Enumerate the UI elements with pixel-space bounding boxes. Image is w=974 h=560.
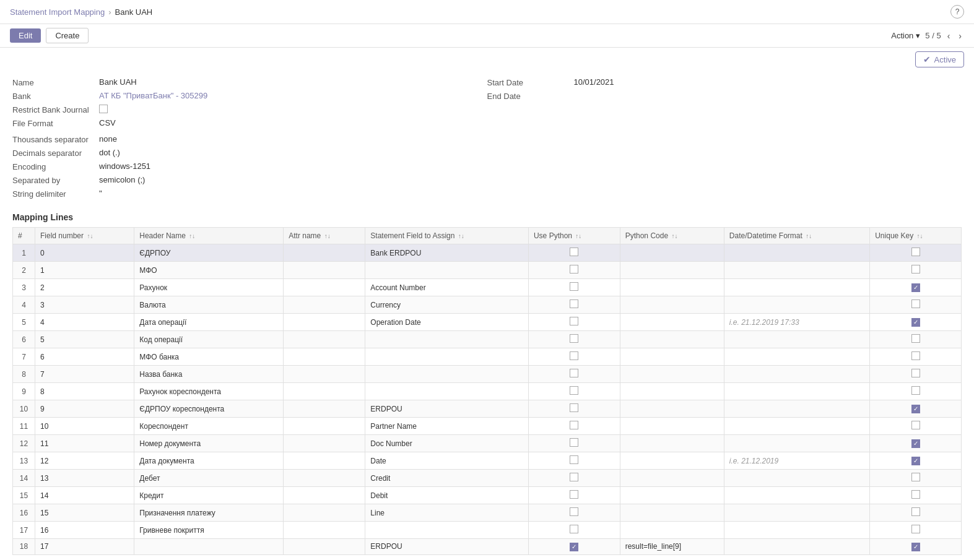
cell-use-python[interactable] (528, 348, 620, 366)
table-row[interactable]: 17 16 Гривневе покриття (13, 522, 962, 539)
unique-key-checkbox[interactable] (911, 386, 920, 395)
cell-unique-key[interactable] (870, 331, 962, 348)
use-python-checkbox[interactable] (570, 351, 578, 360)
use-python-checkbox[interactable] (570, 334, 578, 343)
cell-use-python[interactable] (528, 366, 620, 383)
cell-unique-key[interactable] (870, 262, 962, 279)
cell-unique-key[interactable] (870, 400, 962, 418)
cell-unique-key[interactable] (870, 383, 962, 400)
cell-unique-key[interactable] (870, 539, 962, 555)
table-row[interactable]: 14 13 Дебет Credit (13, 470, 962, 487)
col-statement-field[interactable]: Statement Field to Assign ↑↓ (365, 228, 529, 244)
create-button[interactable]: Create (46, 28, 89, 43)
use-python-checkbox[interactable] (570, 317, 578, 325)
unique-key-checkbox[interactable] (911, 421, 920, 429)
cell-unique-key[interactable] (870, 487, 962, 504)
cell-use-python[interactable] (528, 244, 620, 262)
cell-header-name[interactable]: МФО (134, 262, 284, 279)
unique-key-checkbox[interactable] (911, 457, 920, 465)
cell-header-name[interactable]: ЄДРПОУ (134, 244, 284, 262)
table-row[interactable]: 6 5 Код операції (13, 331, 962, 348)
cell-unique-key[interactable] (870, 348, 962, 366)
cell-unique-key[interactable] (870, 470, 962, 487)
action-button[interactable]: Action ▾ (891, 31, 920, 40)
cell-header-name[interactable]: Рахунок кореспондента (134, 383, 284, 400)
table-row[interactable]: 8 7 Назва банка (13, 366, 962, 383)
cell-use-python[interactable] (528, 452, 620, 470)
use-python-checkbox[interactable] (570, 490, 578, 499)
cell-use-python[interactable] (528, 383, 620, 400)
cell-header-name[interactable]: Гривневе покриття (134, 522, 284, 539)
table-row[interactable]: 16 15 Призначення платежу Line (13, 504, 962, 522)
cell-use-python[interactable] (528, 470, 620, 487)
cell-header-name[interactable]: Дата документа (134, 452, 284, 470)
unique-key-checkbox[interactable] (911, 283, 920, 292)
use-python-checkbox[interactable] (570, 248, 578, 256)
use-python-checkbox[interactable] (570, 421, 578, 429)
unique-key-checkbox[interactable] (911, 351, 920, 360)
table-row[interactable]: 9 8 Рахунок кореспондента (13, 383, 962, 400)
use-python-checkbox[interactable] (570, 543, 578, 551)
col-date-format[interactable]: Date/Datetime Format ↑↓ (724, 228, 869, 244)
table-row[interactable]: 15 14 Кредит Debit (13, 487, 962, 504)
table-row[interactable]: 7 6 МФО банка (13, 348, 962, 366)
cell-use-python[interactable] (528, 487, 620, 504)
prev-page-button[interactable]: ‹ (945, 31, 953, 41)
table-row[interactable]: 5 4 Дата операції Operation Date i.e. 21… (13, 314, 962, 331)
unique-key-checkbox[interactable] (911, 439, 920, 448)
cell-unique-key[interactable] (870, 366, 962, 383)
cell-unique-key[interactable] (870, 418, 962, 435)
col-attr-name[interactable]: Attr name ↑↓ (284, 228, 365, 244)
unique-key-checkbox[interactable] (911, 543, 920, 551)
unique-key-checkbox[interactable] (911, 318, 920, 327)
cell-use-python[interactable] (528, 331, 620, 348)
use-python-checkbox[interactable] (570, 386, 578, 395)
use-python-checkbox[interactable] (570, 282, 578, 291)
unique-key-checkbox[interactable] (911, 473, 920, 481)
unique-key-checkbox[interactable] (911, 490, 920, 499)
cell-unique-key[interactable] (870, 452, 962, 470)
cell-use-python[interactable] (528, 504, 620, 522)
cell-use-python[interactable] (528, 279, 620, 296)
col-unique-key[interactable]: Unique Key ↑↓ (870, 228, 962, 244)
cell-header-name[interactable]: ЄДРПОУ кореспондента (134, 400, 284, 418)
table-row[interactable]: 2 1 МФО (13, 262, 962, 279)
use-python-checkbox[interactable] (570, 403, 578, 412)
cell-use-python[interactable] (528, 418, 620, 435)
use-python-checkbox[interactable] (570, 369, 578, 377)
cell-header-name[interactable]: Дебет (134, 470, 284, 487)
cell-header-name[interactable]: Код операції (134, 331, 284, 348)
cell-use-python[interactable] (528, 522, 620, 539)
cell-use-python[interactable] (528, 539, 620, 555)
breadcrumb-link[interactable]: Statement Import Mapping (10, 7, 105, 17)
table-row[interactable]: 1 0 ЄДРПОУ Bank ERDPOU (13, 244, 962, 262)
next-page-button[interactable]: › (956, 31, 964, 41)
table-row[interactable]: 11 10 Кореспондент Partner Name (13, 418, 962, 435)
cell-unique-key[interactable] (870, 522, 962, 539)
unique-key-checkbox[interactable] (911, 405, 920, 413)
col-field-number[interactable]: Field number ↑↓ (35, 228, 134, 244)
cell-use-python[interactable] (528, 296, 620, 314)
cell-unique-key[interactable] (870, 435, 962, 452)
cell-header-name[interactable]: Валюта (134, 296, 284, 314)
unique-key-checkbox[interactable] (911, 299, 920, 308)
cell-unique-key[interactable] (870, 314, 962, 331)
use-python-checkbox[interactable] (570, 438, 578, 447)
cell-header-name[interactable]: Номер документа (134, 435, 284, 452)
table-row[interactable]: 3 2 Рахунок Account Number (13, 279, 962, 296)
use-python-checkbox[interactable] (570, 507, 578, 516)
use-python-checkbox[interactable] (570, 525, 578, 533)
cell-use-python[interactable] (528, 262, 620, 279)
table-row[interactable]: 4 3 Валюта Currency (13, 296, 962, 314)
col-use-python[interactable]: Use Python ↑↓ (528, 228, 620, 244)
use-python-checkbox[interactable] (570, 265, 578, 274)
bank-value[interactable]: АТ КБ "ПриватБанк" - 305299 (99, 91, 207, 100)
unique-key-checkbox[interactable] (911, 369, 920, 377)
unique-key-checkbox[interactable] (911, 248, 920, 256)
cell-header-name[interactable]: Дата операції (134, 314, 284, 331)
table-row[interactable]: 13 12 Дата документа Date i.e. 21.12.201… (13, 452, 962, 470)
cell-unique-key[interactable] (870, 296, 962, 314)
unique-key-checkbox[interactable] (911, 265, 920, 274)
col-header-name[interactable]: Header Name ↑↓ (134, 228, 284, 244)
cell-header-name[interactable]: МФО банка (134, 348, 284, 366)
